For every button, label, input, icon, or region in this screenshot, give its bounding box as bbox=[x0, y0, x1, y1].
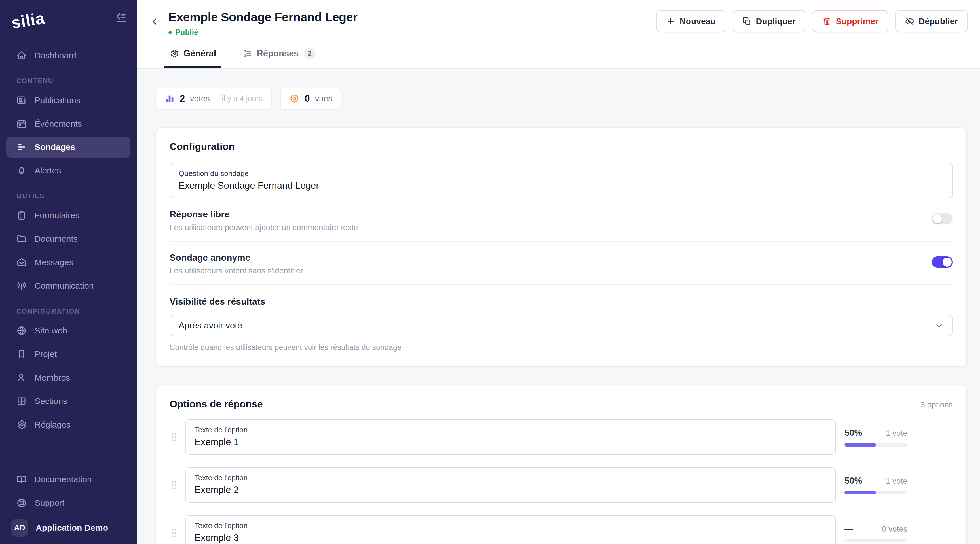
drag-handle-icon[interactable] bbox=[170, 431, 178, 443]
user-profile[interactable]: AD Application Demo bbox=[0, 514, 137, 537]
new-button-label: Nouveau bbox=[680, 16, 716, 26]
plus-icon bbox=[666, 17, 675, 26]
vote-bar bbox=[845, 539, 907, 542]
option-field-label: Texte de l'option bbox=[194, 521, 827, 530]
sidebar-item-sondages[interactable]: Sondages bbox=[6, 136, 130, 157]
question-input[interactable] bbox=[179, 180, 944, 191]
question-field-label: Question du sondage bbox=[179, 169, 944, 178]
sidebar-item-label: Événements bbox=[35, 119, 82, 128]
option-row: Texte de l'option — 0 votes bbox=[170, 515, 953, 544]
option-stats: — 0 votes bbox=[845, 523, 907, 542]
page-body: 2 votes · il y a 4 jours 0 vues Configur… bbox=[137, 69, 980, 544]
delete-button-label: Supprimer bbox=[836, 16, 878, 26]
option-input[interactable] bbox=[194, 484, 827, 495]
sidebar-item-evenements[interactable]: Événements bbox=[0, 112, 137, 135]
visibility-help-text: Contrôle quand les utilisateurs peuvent … bbox=[170, 343, 953, 352]
sidebar-item-dashboard[interactable]: Dashboard bbox=[0, 44, 137, 67]
tab-bar: Général Réponses 2 bbox=[148, 48, 967, 68]
drag-handle-icon[interactable] bbox=[170, 479, 178, 491]
sidebar-item-label: Formulaires bbox=[35, 211, 80, 220]
sidebar-item-label: Sondages bbox=[35, 142, 75, 152]
sidebar-item-label: Site web bbox=[35, 326, 67, 335]
visibility-selected-value: Après avoir voté bbox=[179, 320, 242, 331]
sidebar-item-sections[interactable]: Sections bbox=[0, 389, 137, 413]
sidebar-item-label: Documentation bbox=[35, 474, 92, 484]
newspaper-icon bbox=[16, 95, 27, 105]
vote-bar-fill bbox=[845, 443, 876, 447]
option-input[interactable] bbox=[194, 437, 827, 447]
views-label: vues bbox=[315, 94, 332, 103]
delete-button[interactable]: Supprimer bbox=[813, 10, 888, 32]
bar-chart-icon bbox=[164, 94, 175, 104]
app-logo[interactable]: silia bbox=[10, 8, 46, 32]
clipboard-icon bbox=[16, 210, 27, 220]
configuration-title: Configuration bbox=[170, 141, 953, 152]
back-button[interactable] bbox=[148, 15, 162, 29]
sidebar-item-label: Communication bbox=[35, 281, 94, 291]
sidebar-item-publications[interactable]: Publications bbox=[0, 89, 137, 112]
status-badge: Publié bbox=[169, 28, 358, 37]
new-button[interactable]: Nouveau bbox=[657, 10, 725, 32]
visibility-select[interactable]: Après avoir voté bbox=[170, 315, 953, 336]
vote-bar bbox=[845, 491, 907, 495]
votes-meta: · il y a 4 jours bbox=[217, 94, 263, 103]
toggle-knob bbox=[943, 257, 951, 266]
sidebar-section-contenu: CONTENU bbox=[0, 67, 137, 89]
option-votes: 1 vote bbox=[886, 429, 907, 438]
grid-icon bbox=[16, 396, 27, 406]
configuration-card: Configuration Question du sondage Répons… bbox=[155, 127, 967, 366]
sidebar-item-alertes[interactable]: Alertes bbox=[0, 159, 137, 182]
sidebar-item-projet[interactable]: Projet bbox=[0, 342, 137, 366]
folder-icon bbox=[16, 234, 27, 244]
free-response-title: Réponse libre bbox=[170, 209, 358, 220]
sidebar: silia Dashboard CONTENU Publications Évé… bbox=[0, 0, 137, 544]
sidebar-item-reglages[interactable]: Réglages bbox=[0, 413, 137, 436]
sidebar-item-documentation[interactable]: Documentation bbox=[0, 468, 137, 491]
visibility-section: Visibilité des résultats Après avoir vot… bbox=[170, 285, 953, 352]
status-dot bbox=[169, 31, 172, 34]
sidebar-item-site-web[interactable]: Site web bbox=[0, 319, 137, 342]
app-root: silia Dashboard CONTENU Publications Évé… bbox=[0, 0, 980, 544]
votes-stat-chip: 2 votes · il y a 4 jours bbox=[155, 87, 272, 109]
option-field[interactable]: Texte de l'option bbox=[185, 515, 836, 544]
sidebar-item-documents[interactable]: Documents bbox=[0, 227, 137, 251]
question-field[interactable]: Question du sondage bbox=[170, 163, 953, 198]
sidebar-item-support[interactable]: Support bbox=[0, 491, 137, 514]
gear-icon bbox=[16, 420, 27, 430]
poll-icon bbox=[16, 142, 27, 152]
bell-icon bbox=[16, 165, 27, 176]
sidebar-item-label: Réglages bbox=[35, 420, 71, 430]
unpublish-button[interactable]: Dépublier bbox=[896, 10, 967, 32]
options-card: Options de réponse 3 options Texte de l'… bbox=[155, 385, 967, 544]
chevron-left-icon bbox=[150, 17, 160, 26]
free-response-toggle[interactable] bbox=[932, 213, 953, 224]
option-input[interactable] bbox=[194, 532, 827, 543]
sidebar-item-label: Dashboard bbox=[35, 51, 76, 60]
tab-general[interactable]: Général bbox=[164, 48, 221, 68]
sidebar-collapse-icon[interactable] bbox=[115, 12, 127, 24]
tab-responses[interactable]: Réponses 2 bbox=[238, 48, 320, 68]
drag-handle-icon[interactable] bbox=[170, 527, 178, 539]
option-field-label: Texte de l'option bbox=[194, 425, 827, 435]
anonymous-toggle[interactable] bbox=[932, 257, 953, 268]
sidebar-section-configuration: CONFIGURATION bbox=[0, 298, 137, 319]
gear-icon bbox=[170, 49, 179, 58]
stats-row: 2 votes · il y a 4 jours 0 vues bbox=[155, 87, 967, 109]
main-area: Exemple Sondage Fernand Leger Publié Nou… bbox=[137, 0, 980, 544]
visibility-label: Visibilité des résultats bbox=[170, 297, 953, 307]
duplicate-button-label: Dupliquer bbox=[756, 16, 796, 26]
option-field-label: Texte de l'option bbox=[194, 473, 827, 482]
option-field[interactable]: Texte de l'option bbox=[185, 467, 836, 503]
sidebar-item-label: Support bbox=[35, 498, 64, 508]
sidebar-item-communication[interactable]: Communication bbox=[0, 274, 137, 298]
sidebar-footer: Documentation Support AD Application Dem… bbox=[0, 462, 137, 544]
sidebar-header: silia bbox=[0, 0, 137, 36]
sidebar-item-membres[interactable]: Membres bbox=[0, 366, 137, 389]
views-stat-chip: 0 vues bbox=[280, 87, 341, 109]
option-field[interactable]: Texte de l'option bbox=[185, 419, 836, 455]
sidebar-item-formulaires[interactable]: Formulaires bbox=[0, 203, 137, 227]
sidebar-item-messages[interactable]: Messages bbox=[0, 251, 137, 274]
user-name: Application Demo bbox=[36, 523, 108, 533]
views-value: 0 bbox=[305, 93, 310, 104]
duplicate-button[interactable]: Dupliquer bbox=[733, 10, 805, 32]
